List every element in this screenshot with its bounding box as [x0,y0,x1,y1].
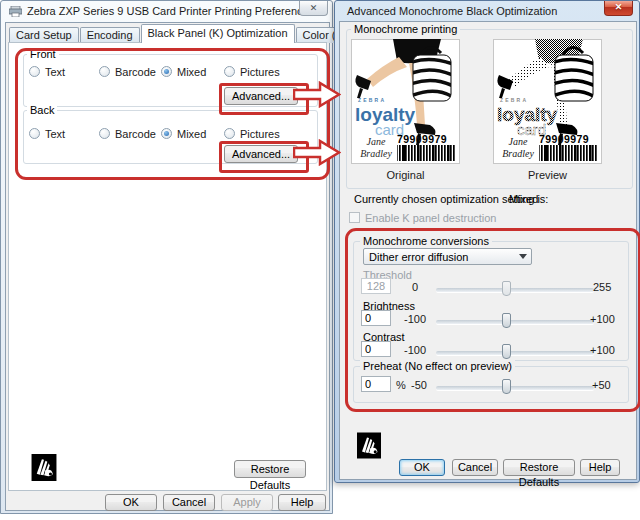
k-panel-label: Enable K panel destruction [365,212,496,224]
svg-text:ZEBRA: ZEBRA [500,97,528,103]
caption-original: Original [351,169,460,181]
threshold-slider-thumb [502,281,511,296]
right-window-title: Advanced Monochrome Black Optimization [347,5,557,17]
left-window-content: Card Setup Encoding Black Panel (K) Opti… [5,22,330,511]
right-window-content: Monochrome printing [339,21,637,480]
threshold-min-label: 0 [412,281,418,293]
screenshot-canvas: Zebra ZXP Series 9 USB Card Printer Prin… [0,0,640,520]
preheat-group-label: Preheat (No effect on preview) [360,360,515,372]
preheat-unit-label: % [396,379,406,391]
radio-front-barcode[interactable] [99,66,110,77]
help-button[interactable]: Help [580,459,620,476]
preheat-slider[interactable] [436,386,594,390]
zebra-logo [357,432,381,459]
radio-front-barcode-label: Barcode [115,66,156,78]
radio-back-mixed-label: Mixed [177,128,206,140]
chevron-down-icon [519,254,527,259]
contrast-slider-thumb[interactable] [502,344,511,359]
restore-defaults-button[interactable]: Restore Defaults [503,459,575,476]
cancel-button[interactable]: Cancel [452,459,498,476]
annotation-arrow-back [293,139,341,166]
svg-text:Bradley: Bradley [502,148,534,159]
black-panel-tab-page: Front Text Barcode Mixed Pictures Advanc… [8,42,327,491]
contrast-min-label: -100 [404,344,426,356]
preheat-input[interactable] [361,376,391,392]
left-close-button[interactable]: ✕ [299,1,328,16]
advanced-back-button[interactable]: Advanced... [224,145,298,163]
ok-button[interactable]: OK [105,494,157,511]
help-button[interactable]: Help [278,494,326,511]
svg-text:Jane: Jane [367,136,386,147]
radio-back-barcode[interactable] [99,128,110,139]
conversions-group-label: Monochrome conversions [360,235,492,247]
tab-black-panel-optimization[interactable]: Black Panel (K) Optimization [141,24,295,43]
original-card-image: ZEBRA loyalty card 79909979 Jane Bradley [351,39,460,164]
current-setting-value: Mixed [509,193,538,205]
threshold-input [361,278,391,294]
radio-front-pictures[interactable] [224,66,235,77]
radio-front-mixed[interactable] [161,66,172,77]
tab-card-setup[interactable]: Card Setup [9,27,79,43]
printing-preferences-window: Zebra ZXP Series 9 USB Card Printer Prin… [0,0,333,514]
annotation-arrow-front [293,81,341,108]
radio-back-text[interactable] [29,128,40,139]
apply-button: Apply [221,494,273,511]
cancel-button[interactable]: Cancel [163,494,215,511]
radio-back-mixed[interactable] [161,128,172,139]
brightness-slider[interactable] [436,320,594,324]
radio-back-barcode-label: Barcode [115,128,156,140]
contrast-slider[interactable] [436,351,594,355]
contrast-input[interactable] [361,341,391,357]
advanced-monochrome-window: Advanced Monochrome Black Optimization ✕… [334,0,640,483]
svg-text:ZEBRA: ZEBRA [358,97,386,103]
left-window-title: Zebra ZXP Series 9 USB Card Printer Prin… [27,5,314,17]
advanced-front-button[interactable]: Advanced... [224,87,298,105]
brightness-input[interactable] [361,310,391,326]
left-titlebar[interactable]: Zebra ZXP Series 9 USB Card Printer Prin… [1,1,332,21]
printer-icon [9,6,22,17]
preheat-slider-thumb[interactable] [502,379,511,394]
preheat-max-label: +50 [592,379,611,391]
brightness-slider-thumb[interactable] [502,313,511,328]
radio-back-text-label: Text [45,128,65,140]
threshold-max-label: 255 [593,281,611,293]
radio-back-pictures-label: Pictures [240,128,280,140]
threshold-slider [436,288,594,292]
preheat-min-label: -50 [411,379,427,391]
conversion-select[interactable]: Dither error diffusion [363,248,532,265]
brightness-min-label: -100 [404,313,426,325]
restore-defaults-button[interactable]: Restore Defaults [234,460,306,478]
zebra-logo [31,454,57,481]
back-group-label: Back [27,104,57,116]
radio-front-pictures-label: Pictures [240,66,280,78]
contrast-max-label: +100 [590,344,615,356]
tab-encoding[interactable]: Encoding [80,27,140,43]
brightness-max-label: +100 [590,313,615,325]
radio-back-pictures[interactable] [224,128,235,139]
close-icon: ✕ [310,3,318,13]
close-icon: ✕ [615,2,623,12]
svg-text:79909979: 79909979 [397,133,447,145]
k-panel-checkbox [349,212,360,223]
radio-front-text[interactable] [29,66,40,77]
conversion-selected-value: Dither error diffusion [369,250,468,264]
monochrome-printing-label: Monochrome printing [351,23,460,35]
svg-text:Bradley: Bradley [360,148,392,159]
svg-text:Jane: Jane [509,136,528,147]
svg-text:79909979: 79909979 [539,133,589,145]
preview-card-image: ZEBRA loyalty card 79909979 Jane Bradley [493,39,602,164]
front-group-label: Front [27,48,59,60]
right-close-button[interactable]: ✕ [604,1,633,16]
ok-button[interactable]: OK [399,459,445,476]
right-titlebar[interactable]: Advanced Monochrome Black Optimization ✕ [335,1,639,21]
caption-preview: Preview [493,169,602,181]
radio-front-text-label: Text [45,66,65,78]
radio-front-mixed-label: Mixed [177,66,206,78]
